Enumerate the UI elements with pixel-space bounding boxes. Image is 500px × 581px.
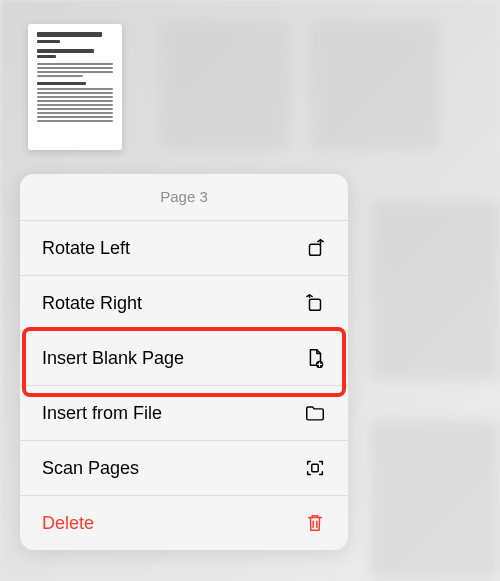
- context-menu: Page 3 Rotate Left Rotate Right Insert B…: [20, 174, 348, 550]
- menu-item-rotate-right[interactable]: Rotate Right: [20, 275, 348, 330]
- svg-rect-0: [310, 244, 321, 255]
- menu-item-insert-from-file[interactable]: Insert from File: [20, 385, 348, 440]
- menu-title: Page 3: [20, 174, 348, 220]
- menu-item-scan-pages[interactable]: Scan Pages: [20, 440, 348, 495]
- svg-rect-1: [310, 299, 321, 310]
- rotate-right-icon: [304, 292, 326, 314]
- page-thumbnail[interactable]: [28, 24, 122, 150]
- svg-rect-3: [312, 464, 318, 471]
- scan-icon: [304, 457, 326, 479]
- menu-item-label: Delete: [42, 513, 94, 534]
- insert-blank-page-icon: [304, 347, 326, 369]
- menu-item-label: Insert Blank Page: [42, 348, 184, 369]
- menu-item-delete[interactable]: Delete: [20, 495, 348, 550]
- menu-item-label: Insert from File: [42, 403, 162, 424]
- trash-icon: [304, 512, 326, 534]
- menu-item-label: Rotate Left: [42, 238, 130, 259]
- menu-item-insert-blank-page[interactable]: Insert Blank Page: [20, 330, 348, 385]
- folder-icon: [304, 402, 326, 424]
- menu-item-label: Rotate Right: [42, 293, 142, 314]
- menu-item-rotate-left[interactable]: Rotate Left: [20, 220, 348, 275]
- rotate-left-icon: [304, 237, 326, 259]
- menu-item-label: Scan Pages: [42, 458, 139, 479]
